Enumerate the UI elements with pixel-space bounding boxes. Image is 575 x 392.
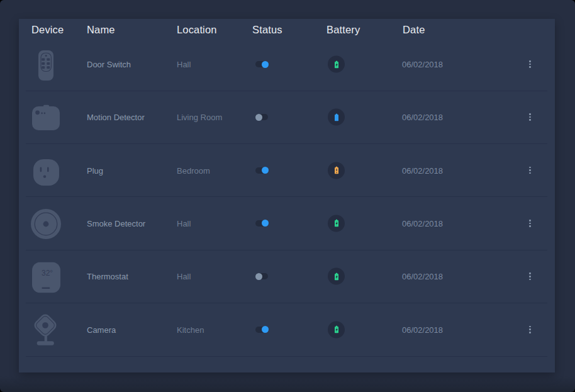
svg-text:32°: 32°: [42, 268, 53, 277]
